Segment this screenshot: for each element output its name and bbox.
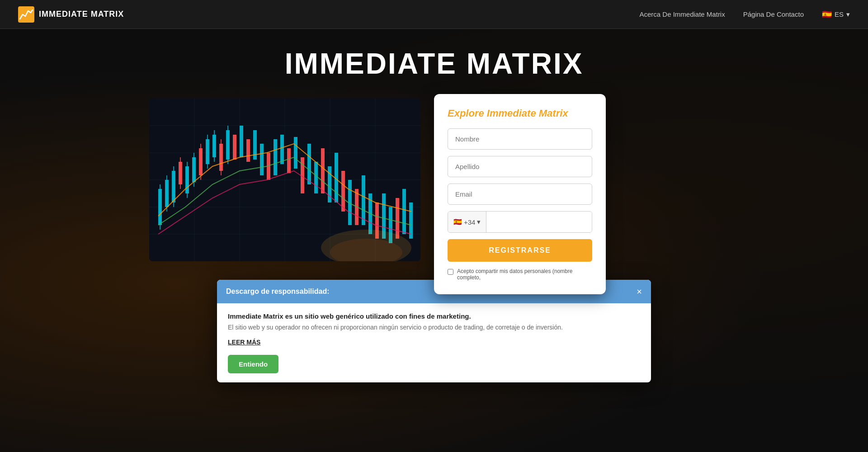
form-heading: Explore Immediate Matrix bbox=[448, 108, 592, 119]
modal-main-text: Immediate Matrix es un sitio web genéric… bbox=[228, 312, 640, 320]
chart-svg bbox=[149, 99, 420, 261]
form-heading-brand: Immediate Matrix bbox=[487, 108, 568, 119]
flag-icon: 🇪🇸 bbox=[822, 9, 832, 19]
surname-input[interactable] bbox=[448, 156, 592, 177]
hero-title: IMMEDIATE MATRIX bbox=[285, 47, 584, 80]
registration-form: Explore Immediate Matrix 🇪🇸 +34 ▾ REGIST… bbox=[434, 94, 606, 294]
svg-rect-35 bbox=[240, 126, 243, 157]
phone-number-input[interactable] bbox=[486, 212, 592, 232]
nav-contact[interactable]: Página De Contacto bbox=[743, 10, 804, 18]
lang-dropdown-arrow: ▾ bbox=[846, 10, 850, 19]
nav-about[interactable]: Acerca De Immediate Matrix bbox=[639, 10, 725, 18]
phone-code: +34 bbox=[464, 218, 475, 226]
terms-checkbox[interactable] bbox=[448, 269, 453, 275]
svg-rect-36 bbox=[246, 139, 250, 162]
lang-label: ES bbox=[835, 10, 844, 18]
email-input[interactable] bbox=[448, 184, 592, 205]
svg-rect-60 bbox=[409, 202, 413, 239]
svg-rect-42 bbox=[287, 148, 291, 173]
brand-chart-icon bbox=[18, 6, 34, 23]
brand-name-label: IMMEDIATE MATRIX bbox=[39, 9, 124, 19]
terms-row: Acepto compartir mis datos personales (n… bbox=[448, 268, 592, 281]
hero-section: IMMEDIATE MATRIX bbox=[0, 29, 868, 452]
modal-sub-text: El sitio web y su operador no ofrecen ni… bbox=[228, 324, 640, 331]
phone-input-row: 🇪🇸 +34 ▾ bbox=[448, 211, 592, 233]
svg-rect-43 bbox=[294, 137, 297, 169]
form-heading-static: Explore bbox=[448, 108, 487, 119]
register-button[interactable]: REGISTRARSE bbox=[448, 239, 592, 262]
chart-container bbox=[149, 99, 420, 261]
svg-rect-47 bbox=[321, 148, 325, 193]
hero-content: Explore Immediate Matrix 🇪🇸 +34 ▾ REGIST… bbox=[140, 94, 728, 294]
svg-rect-41 bbox=[280, 135, 284, 164]
chart-visual bbox=[149, 99, 420, 261]
svg-rect-50 bbox=[341, 171, 345, 212]
modal-read-more-link[interactable]: LEER MÁS bbox=[228, 339, 260, 346]
svg-rect-46 bbox=[314, 162, 318, 193]
name-input[interactable] bbox=[448, 128, 592, 150]
svg-rect-34 bbox=[233, 135, 236, 160]
svg-rect-38 bbox=[260, 144, 264, 175]
modal-accept-button[interactable]: Entiendo bbox=[228, 355, 278, 373]
terms-text: Acepto compartir mis datos personales (n… bbox=[457, 268, 592, 281]
svg-rect-53 bbox=[362, 175, 365, 225]
modal-body: Immediate Matrix es un sitio web genéric… bbox=[217, 303, 651, 382]
brand-logo[interactable]: IMMEDIATE MATRIX bbox=[18, 6, 124, 23]
svg-rect-59 bbox=[402, 189, 406, 234]
svg-rect-45 bbox=[307, 144, 311, 184]
svg-rect-40 bbox=[274, 139, 277, 175]
disclaimer-modal: Descargo de responsabilidad: × Immediate… bbox=[217, 280, 651, 382]
phone-dropdown-arrow: ▾ bbox=[477, 218, 481, 226]
navbar: IMMEDIATE MATRIX Acerca De Immediate Mat… bbox=[0, 0, 868, 29]
svg-rect-58 bbox=[396, 198, 399, 239]
lang-selector[interactable]: 🇪🇸 ES ▾ bbox=[822, 9, 850, 19]
phone-flag[interactable]: 🇪🇸 +34 ▾ bbox=[448, 212, 486, 232]
phone-flag-icon: 🇪🇸 bbox=[453, 218, 462, 226]
navbar-nav: Acerca De Immediate Matrix Página De Con… bbox=[639, 9, 850, 19]
